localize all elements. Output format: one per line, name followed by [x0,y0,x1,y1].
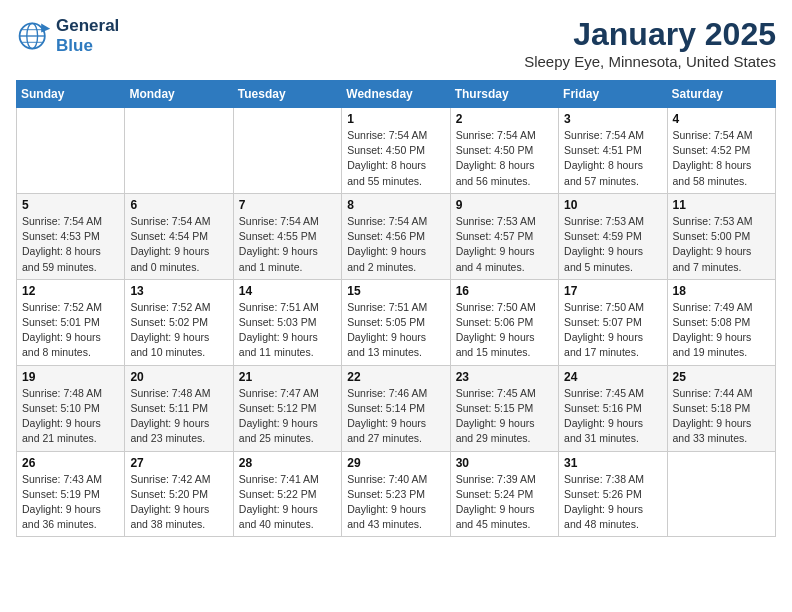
day-info: Sunrise: 7:49 AMSunset: 5:08 PMDaylight:… [673,300,770,361]
day-number: 23 [456,370,553,384]
day-cell: 1Sunrise: 7:54 AMSunset: 4:50 PMDaylight… [342,108,450,194]
day-info: Sunrise: 7:54 AMSunset: 4:52 PMDaylight:… [673,128,770,189]
day-number: 27 [130,456,227,470]
day-cell: 29Sunrise: 7:40 AMSunset: 5:23 PMDayligh… [342,451,450,537]
day-cell: 23Sunrise: 7:45 AMSunset: 5:15 PMDayligh… [450,365,558,451]
day-info: Sunrise: 7:39 AMSunset: 5:24 PMDaylight:… [456,472,553,533]
day-number: 12 [22,284,119,298]
calendar-header-row: SundayMondayTuesdayWednesdayThursdayFrid… [17,81,776,108]
svg-marker-5 [41,23,50,32]
day-cell: 27Sunrise: 7:42 AMSunset: 5:20 PMDayligh… [125,451,233,537]
day-info: Sunrise: 7:40 AMSunset: 5:23 PMDaylight:… [347,472,444,533]
day-number: 18 [673,284,770,298]
day-number: 3 [564,112,661,126]
day-cell: 7Sunrise: 7:54 AMSunset: 4:55 PMDaylight… [233,193,341,279]
page-header: General Blue January 2025 Sleepy Eye, Mi… [16,16,776,70]
day-number: 20 [130,370,227,384]
title-block: January 2025 Sleepy Eye, Minnesota, Unit… [524,16,776,70]
day-cell: 14Sunrise: 7:51 AMSunset: 5:03 PMDayligh… [233,279,341,365]
day-number: 24 [564,370,661,384]
day-cell: 22Sunrise: 7:46 AMSunset: 5:14 PMDayligh… [342,365,450,451]
day-cell: 15Sunrise: 7:51 AMSunset: 5:05 PMDayligh… [342,279,450,365]
day-cell: 21Sunrise: 7:47 AMSunset: 5:12 PMDayligh… [233,365,341,451]
day-number: 4 [673,112,770,126]
day-info: Sunrise: 7:54 AMSunset: 4:51 PMDaylight:… [564,128,661,189]
day-info: Sunrise: 7:48 AMSunset: 5:11 PMDaylight:… [130,386,227,447]
week-row-3: 12Sunrise: 7:52 AMSunset: 5:01 PMDayligh… [17,279,776,365]
header-day-saturday: Saturday [667,81,775,108]
day-info: Sunrise: 7:53 AMSunset: 4:57 PMDaylight:… [456,214,553,275]
day-number: 16 [456,284,553,298]
day-info: Sunrise: 7:48 AMSunset: 5:10 PMDaylight:… [22,386,119,447]
day-cell: 10Sunrise: 7:53 AMSunset: 4:59 PMDayligh… [559,193,667,279]
header-day-sunday: Sunday [17,81,125,108]
day-cell: 5Sunrise: 7:54 AMSunset: 4:53 PMDaylight… [17,193,125,279]
day-number: 28 [239,456,336,470]
day-cell [667,451,775,537]
day-number: 11 [673,198,770,212]
day-cell: 16Sunrise: 7:50 AMSunset: 5:06 PMDayligh… [450,279,558,365]
day-cell [17,108,125,194]
day-number: 15 [347,284,444,298]
day-number: 8 [347,198,444,212]
day-number: 22 [347,370,444,384]
day-info: Sunrise: 7:45 AMSunset: 5:16 PMDaylight:… [564,386,661,447]
header-day-monday: Monday [125,81,233,108]
day-info: Sunrise: 7:50 AMSunset: 5:06 PMDaylight:… [456,300,553,361]
day-cell: 2Sunrise: 7:54 AMSunset: 4:50 PMDaylight… [450,108,558,194]
day-cell: 8Sunrise: 7:54 AMSunset: 4:56 PMDaylight… [342,193,450,279]
day-info: Sunrise: 7:54 AMSunset: 4:50 PMDaylight:… [456,128,553,189]
day-info: Sunrise: 7:45 AMSunset: 5:15 PMDaylight:… [456,386,553,447]
day-number: 25 [673,370,770,384]
day-number: 7 [239,198,336,212]
week-row-5: 26Sunrise: 7:43 AMSunset: 5:19 PMDayligh… [17,451,776,537]
day-number: 29 [347,456,444,470]
day-info: Sunrise: 7:42 AMSunset: 5:20 PMDaylight:… [130,472,227,533]
calendar-subtitle: Sleepy Eye, Minnesota, United States [524,53,776,70]
day-info: Sunrise: 7:38 AMSunset: 5:26 PMDaylight:… [564,472,661,533]
day-cell: 24Sunrise: 7:45 AMSunset: 5:16 PMDayligh… [559,365,667,451]
day-info: Sunrise: 7:52 AMSunset: 5:02 PMDaylight:… [130,300,227,361]
day-cell: 30Sunrise: 7:39 AMSunset: 5:24 PMDayligh… [450,451,558,537]
day-cell: 11Sunrise: 7:53 AMSunset: 5:00 PMDayligh… [667,193,775,279]
day-number: 21 [239,370,336,384]
logo-icon [16,18,52,54]
logo-text: General Blue [56,16,119,56]
day-cell [125,108,233,194]
day-info: Sunrise: 7:50 AMSunset: 5:07 PMDaylight:… [564,300,661,361]
header-day-wednesday: Wednesday [342,81,450,108]
day-cell: 28Sunrise: 7:41 AMSunset: 5:22 PMDayligh… [233,451,341,537]
day-number: 10 [564,198,661,212]
day-cell: 19Sunrise: 7:48 AMSunset: 5:10 PMDayligh… [17,365,125,451]
day-info: Sunrise: 7:53 AMSunset: 4:59 PMDaylight:… [564,214,661,275]
day-cell: 20Sunrise: 7:48 AMSunset: 5:11 PMDayligh… [125,365,233,451]
day-info: Sunrise: 7:52 AMSunset: 5:01 PMDaylight:… [22,300,119,361]
day-info: Sunrise: 7:46 AMSunset: 5:14 PMDaylight:… [347,386,444,447]
day-info: Sunrise: 7:47 AMSunset: 5:12 PMDaylight:… [239,386,336,447]
day-number: 19 [22,370,119,384]
day-number: 14 [239,284,336,298]
calendar-table: SundayMondayTuesdayWednesdayThursdayFrid… [16,80,776,537]
day-info: Sunrise: 7:54 AMSunset: 4:50 PMDaylight:… [347,128,444,189]
day-cell: 26Sunrise: 7:43 AMSunset: 5:19 PMDayligh… [17,451,125,537]
day-cell [233,108,341,194]
logo: General Blue [16,16,119,56]
day-number: 13 [130,284,227,298]
day-cell: 4Sunrise: 7:54 AMSunset: 4:52 PMDaylight… [667,108,775,194]
day-info: Sunrise: 7:54 AMSunset: 4:54 PMDaylight:… [130,214,227,275]
day-cell: 6Sunrise: 7:54 AMSunset: 4:54 PMDaylight… [125,193,233,279]
day-cell: 3Sunrise: 7:54 AMSunset: 4:51 PMDaylight… [559,108,667,194]
calendar-title: January 2025 [524,16,776,53]
day-cell: 18Sunrise: 7:49 AMSunset: 5:08 PMDayligh… [667,279,775,365]
day-number: 2 [456,112,553,126]
day-number: 17 [564,284,661,298]
day-info: Sunrise: 7:51 AMSunset: 5:05 PMDaylight:… [347,300,444,361]
header-day-thursday: Thursday [450,81,558,108]
header-day-friday: Friday [559,81,667,108]
day-number: 30 [456,456,553,470]
day-info: Sunrise: 7:53 AMSunset: 5:00 PMDaylight:… [673,214,770,275]
day-info: Sunrise: 7:41 AMSunset: 5:22 PMDaylight:… [239,472,336,533]
day-number: 31 [564,456,661,470]
header-day-tuesday: Tuesday [233,81,341,108]
day-cell: 25Sunrise: 7:44 AMSunset: 5:18 PMDayligh… [667,365,775,451]
